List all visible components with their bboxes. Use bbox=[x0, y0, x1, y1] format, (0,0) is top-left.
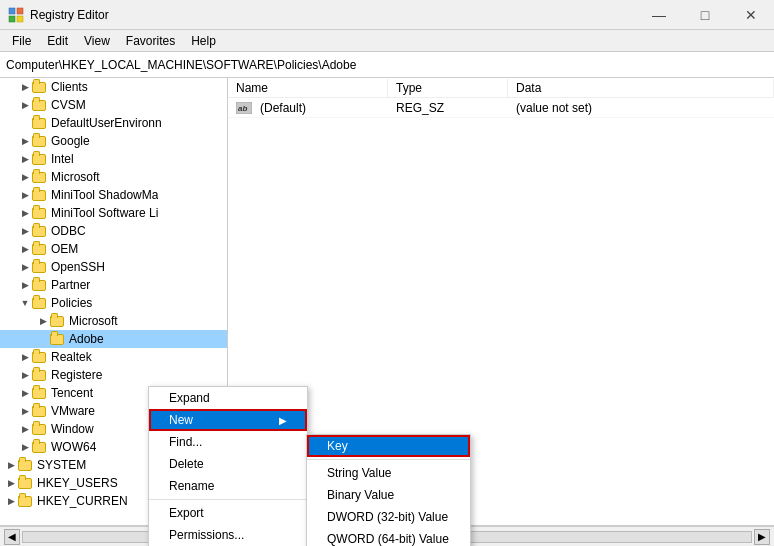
detail-header: Name Type Data bbox=[228, 78, 774, 98]
reg-value-icon: ab bbox=[236, 102, 252, 114]
tree-arrow: ▶ bbox=[18, 404, 32, 418]
menu-view[interactable]: View bbox=[76, 32, 118, 50]
ctx-export[interactable]: Export bbox=[149, 502, 307, 524]
folder-icon bbox=[32, 224, 48, 238]
tree-item-defaultuserenv[interactable]: ▶ DefaultUserEnvironn bbox=[0, 114, 227, 132]
ctx-qword-value[interactable]: QWORD (64-bit) Value bbox=[307, 528, 470, 546]
tree-label: OpenSSH bbox=[51, 260, 105, 274]
tree-arrow: ▶ bbox=[18, 80, 32, 94]
tree-item-clients[interactable]: ▶ Clients bbox=[0, 78, 227, 96]
ctx-expand[interactable]: Expand bbox=[149, 387, 307, 409]
folder-icon bbox=[18, 476, 34, 490]
maximize-button[interactable]: □ bbox=[682, 0, 728, 30]
tree-item-openssh[interactable]: ▶ OpenSSH bbox=[0, 258, 227, 276]
tree-arrow: ▼ bbox=[18, 296, 32, 310]
tree-item-google[interactable]: ▶ Google bbox=[0, 132, 227, 150]
ctx-delete[interactable]: Delete bbox=[149, 453, 307, 475]
folder-icon bbox=[32, 242, 48, 256]
detail-row-default[interactable]: ab (Default) REG_SZ (value not set) bbox=[228, 98, 774, 118]
tree-arrow: ▶ bbox=[18, 440, 32, 454]
col-name: Name bbox=[228, 79, 388, 97]
tree-item-adobe[interactable]: ▶ Adobe bbox=[0, 330, 227, 348]
ctx-dword-value[interactable]: DWORD (32-bit) Value bbox=[307, 506, 470, 528]
close-button[interactable]: ✕ bbox=[728, 0, 774, 30]
minimize-button[interactable]: — bbox=[636, 0, 682, 30]
menu-file[interactable]: File bbox=[4, 32, 39, 50]
tree-label: Google bbox=[51, 134, 90, 148]
tree-label: Microsoft bbox=[69, 314, 118, 328]
ctx-find[interactable]: Find... bbox=[149, 431, 307, 453]
tree-label: Partner bbox=[51, 278, 90, 292]
ctx-rename[interactable]: Rename bbox=[149, 475, 307, 497]
tree-item-registered[interactable]: ▶ Registere bbox=[0, 366, 227, 384]
folder-icon bbox=[32, 206, 48, 220]
svg-rect-1 bbox=[17, 8, 23, 14]
ctx-rename-label: Rename bbox=[169, 479, 214, 493]
folder-icon bbox=[50, 314, 66, 328]
scroll-left[interactable]: ◀ bbox=[4, 529, 20, 545]
tree-arrow: ▶ bbox=[4, 476, 18, 490]
tree-item-policies-microsoft[interactable]: ▶ Microsoft bbox=[0, 312, 227, 330]
tree-arrow: ▶ bbox=[18, 242, 32, 256]
tree-item-minitool-software[interactable]: ▶ MiniTool Software Li bbox=[0, 204, 227, 222]
tree-label: HKEY_USERS bbox=[37, 476, 118, 490]
tree-arrow: ▶ bbox=[4, 494, 18, 508]
ctx-string-value[interactable]: String Value bbox=[307, 462, 470, 484]
ctx-binary-value[interactable]: Binary Value bbox=[307, 484, 470, 506]
menu-favorites[interactable]: Favorites bbox=[118, 32, 183, 50]
tree-label: VMware bbox=[51, 404, 95, 418]
tree-item-realtek[interactable]: ▶ Realtek bbox=[0, 348, 227, 366]
menu-edit[interactable]: Edit bbox=[39, 32, 76, 50]
ctx-new[interactable]: New ▶ bbox=[149, 409, 307, 431]
folder-icon bbox=[32, 170, 48, 184]
folder-icon bbox=[50, 332, 66, 346]
tree-arrow: ▶ bbox=[36, 314, 50, 328]
svg-text:ab: ab bbox=[238, 104, 247, 113]
tree-item-intel[interactable]: ▶ Intel bbox=[0, 150, 227, 168]
tree-label: Clients bbox=[51, 80, 88, 94]
tree-arrow: ▶ bbox=[18, 206, 32, 220]
tree-label: Registere bbox=[51, 368, 102, 382]
tree-item-partner[interactable]: ▶ Partner bbox=[0, 276, 227, 294]
svg-rect-0 bbox=[9, 8, 15, 14]
tree-item-policies[interactable]: ▼ Policies bbox=[0, 294, 227, 312]
folder-icon bbox=[32, 386, 48, 400]
svg-rect-2 bbox=[9, 16, 15, 22]
menu-help[interactable]: Help bbox=[183, 32, 224, 50]
tree-arrow: ▶ bbox=[18, 170, 32, 184]
tree-item-odbc[interactable]: ▶ ODBC bbox=[0, 222, 227, 240]
folder-icon bbox=[32, 134, 48, 148]
tree-arrow: ▶ bbox=[18, 422, 32, 436]
tree-label: ODBC bbox=[51, 224, 86, 238]
tree-arrow: ▶ bbox=[18, 188, 32, 202]
menu-bar: File Edit View Favorites Help bbox=[0, 30, 774, 52]
tree-label: OEM bbox=[51, 242, 78, 256]
folder-icon bbox=[32, 98, 48, 112]
tree-arrow: ▶ bbox=[18, 134, 32, 148]
tree-label: MiniTool ShadowMa bbox=[51, 188, 158, 202]
ctx-key[interactable]: Key bbox=[307, 435, 470, 457]
main-content: ▶ Clients ▶ CVSM ▶ DefaultUserEnvironn ▶… bbox=[0, 78, 774, 526]
tree-arrow: ▶ bbox=[18, 224, 32, 238]
folder-icon bbox=[32, 422, 48, 436]
ctx-dword-value-label: DWORD (32-bit) Value bbox=[327, 510, 448, 524]
col-type: Type bbox=[388, 79, 508, 97]
ctx-expand-label: Expand bbox=[169, 391, 210, 405]
tree-arrow: ▶ bbox=[18, 152, 32, 166]
ctx-find-label: Find... bbox=[169, 435, 202, 449]
tree-arrow: ▶ bbox=[18, 386, 32, 400]
folder-icon bbox=[32, 80, 48, 94]
tree-item-microsoft-top[interactable]: ▶ Microsoft bbox=[0, 168, 227, 186]
folder-icon bbox=[32, 404, 48, 418]
tree-item-oem[interactable]: ▶ OEM bbox=[0, 240, 227, 258]
ctx-binary-value-label: Binary Value bbox=[327, 488, 394, 502]
tree-label: Tencent bbox=[51, 386, 93, 400]
tree-label: Intel bbox=[51, 152, 74, 166]
tree-item-cvsm[interactable]: ▶ CVSM bbox=[0, 96, 227, 114]
scroll-right[interactable]: ▶ bbox=[754, 529, 770, 545]
tree-item-minitool-shadow[interactable]: ▶ MiniTool ShadowMa bbox=[0, 186, 227, 204]
ctx-permissions[interactable]: Permissions... bbox=[149, 524, 307, 546]
detail-cell-name: ab (Default) bbox=[228, 99, 388, 117]
tree-label: HKEY_CURREN bbox=[37, 494, 128, 508]
detail-cell-data: (value not set) bbox=[508, 99, 774, 117]
